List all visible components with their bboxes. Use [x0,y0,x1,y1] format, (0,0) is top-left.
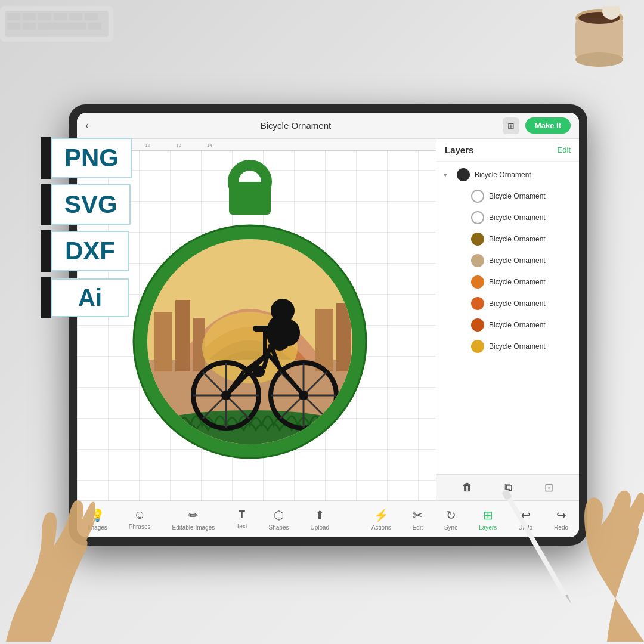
keyboard [0,0,119,50]
svg-rect-33 [315,309,333,371]
layer-icon-0 [457,168,470,181]
format-label-ai: Ai [41,277,132,318]
layer-item-3[interactable]: Bicycle Ornament [436,228,579,250]
redo-label: Redo [554,524,568,531]
toolbar-edit[interactable]: ✂ Edit [402,506,434,533]
svg-black-bar [41,184,51,225]
svg-rect-8 [23,13,36,20]
toolbar-shapes[interactable]: ⬡ Shapes [258,506,300,533]
phrases-icon: ☺ [134,508,145,522]
toolbar-text[interactable]: T Text [225,506,258,532]
delete-layer-icon[interactable]: 🗑 [462,481,473,494]
make-it-button[interactable]: Make It [525,117,571,134]
ai-box: Ai [51,278,129,317]
fullscreen-button[interactable]: ⊞ [503,117,519,134]
ai-black-bar [41,277,51,318]
toolbar-redo[interactable]: ↪ Redo [543,506,579,533]
dxf-black-bar [41,230,51,272]
project-title: Bicycle Ornament [261,120,331,131]
layers-title: Layers [445,145,473,155]
upload-label: Upload [310,524,329,531]
svg-text: SVG [64,190,117,218]
layer-icon-6 [471,297,484,310]
layer-icon-7 [471,318,484,332]
ipad-screen: ‹ Bicycle Ornament ⊞ Make It 10 [77,113,579,537]
svg-text:13: 13 [176,143,181,148]
svg-rect-11 [69,13,82,20]
layer-item-6[interactable]: Bicycle Ornament [436,293,579,314]
sync-icon: ↻ [446,508,456,522]
layer-item-1[interactable]: Bicycle Ornament [436,185,579,207]
svg-point-2 [575,52,623,67]
layer-item-4[interactable]: Bicycle Ornament [436,250,579,271]
layers-label: Layers [479,524,497,531]
dxf-text: DXF [65,237,115,265]
app-header: ‹ Bicycle Ornament ⊞ Make It [77,113,579,139]
layer-name-4: Bicycle Ornament [489,256,572,265]
toolbar-phrases[interactable]: ☺ Phrases [118,506,162,532]
back-button[interactable]: ‹ [85,119,89,132]
png-text: PNG [64,144,119,172]
images-label: Images [88,524,107,531]
toolbar-editable-images[interactable]: ✏ Editable Images [161,506,225,533]
layers-edit-button[interactable]: Edit [558,145,571,154]
svg-box: SVG [51,184,131,225]
toolbar-actions[interactable]: ⚡ Actions [361,506,402,533]
app-main: 10 11 12 13 14 [77,139,579,500]
layer-item-7[interactable]: Bicycle Ornament [436,314,579,336]
actions-label: Actions [371,524,391,531]
svg-rect-15 [38,23,86,30]
layer-settings-icon[interactable]: ⊡ [544,481,553,494]
svg-rect-7 [7,13,20,20]
header-right-actions: ⊞ Make It [503,117,571,134]
format-label-dxf: DXF [41,230,132,272]
toolbar-images[interactable]: 💡 Images [77,506,118,533]
svg-rect-10 [54,13,67,20]
redo-icon: ↪ [556,508,566,522]
svg-text:14: 14 [207,143,212,148]
toolbar-sync[interactable]: ↻ Sync [434,506,468,533]
svg-rect-13 [7,23,20,30]
format-label-png: PNG [41,137,132,179]
shapes-icon: ⬡ [274,508,284,522]
text-label: Text [236,523,247,530]
ornament-artwork[interactable]: ~ ~ ~ ~ [113,157,387,467]
layer-icon-5 [471,275,484,289]
layer-name-0: Bicycle Ornament [475,171,572,179]
layer-item-2[interactable]: Bicycle Ornament [436,207,579,228]
layer-item-5[interactable]: Bicycle Ornament [436,271,579,293]
layer-name-3: Bicycle Ornament [489,235,572,243]
layer-name-7: Bicycle Ornament [489,321,572,329]
layers-icon: ⊞ [483,508,493,522]
toolbar-upload[interactable]: ⬆ Upload [299,506,340,533]
layers-list: ▾ Bicycle Ornament Bicycle Ornament [436,162,579,500]
expand-icon: ▾ [444,171,452,179]
layer-name-2: Bicycle Ornament [489,213,572,222]
format-label-svg: SVG [41,184,132,225]
layer-icon-1 [471,190,484,203]
layer-actions-bar: 🗑 ⧉ ⊡ [436,474,579,500]
undo-label: Undo [518,524,532,531]
duplicate-layer-icon[interactable]: ⧉ [504,481,512,494]
layer-icon-8 [471,340,484,353]
layer-item-8[interactable]: Bicycle Ornament [436,336,579,357]
layer-icon-3 [471,233,484,246]
toolbar-layers[interactable]: ⊞ Layers [468,506,507,533]
editable-images-label: Editable Images [172,524,215,531]
toolbar-undo[interactable]: ↩ Undo [507,506,543,533]
svg-rect-9 [38,13,51,20]
actions-icon: ⚡ [374,508,389,522]
phrases-label: Phrases [129,524,151,530]
svg-rect-14 [23,23,36,30]
edit-label: Edit [413,524,423,531]
images-icon: 💡 [90,508,105,522]
svg-rect-16 [88,23,101,30]
png-black-bar [41,137,51,179]
png-box: PNG [51,138,132,178]
layer-name-6: Bicycle Ornament [489,299,572,308]
layer-item-parent[interactable]: ▾ Bicycle Ornament [436,164,579,185]
format-labels-container: PNG SVG DXF Ai [41,137,132,323]
edit-icon: ✂ [413,508,423,522]
layer-icon-4 [471,254,484,267]
layer-name-8: Bicycle Ornament [489,342,572,351]
